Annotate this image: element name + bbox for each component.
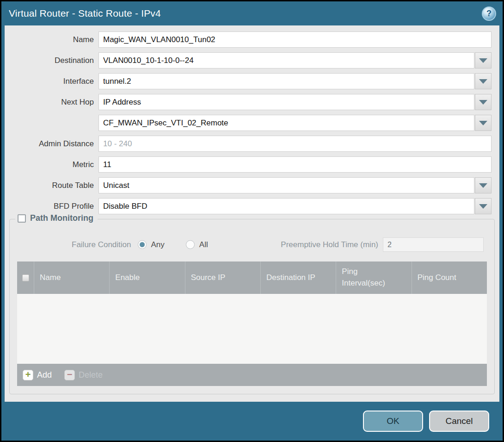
column-header-name: Name	[34, 261, 109, 294]
dialog-content: Name Destination Interface	[5, 25, 499, 402]
chevron-down-icon	[479, 100, 487, 105]
help-icon[interactable]: ?	[482, 6, 496, 21]
path-monitoring-legend: Path Monitoring	[15, 213, 98, 223]
path-monitoring-group: Path Monitoring Failure Condition Any Al…	[9, 219, 495, 394]
chevron-down-icon	[479, 121, 487, 125]
interface-dropdown-button[interactable]	[475, 73, 492, 89]
route-table-input[interactable]	[98, 177, 474, 193]
form-row-route-table: Route Table	[5, 177, 492, 193]
path-monitoring-table: Name Enable Source IP Destination IP Pin…	[17, 261, 487, 386]
static-route-dialog: Virtual Router - Static Route - IPv4 ? N…	[1, 1, 503, 441]
path-monitoring-checkbox[interactable]	[18, 214, 26, 223]
failure-condition-all-radio[interactable]	[186, 240, 195, 249]
failure-condition-any-radio[interactable]	[138, 240, 147, 249]
delete-button-label: Delete	[79, 370, 103, 380]
add-button-label: Add	[37, 370, 52, 380]
admin-distance-input[interactable]	[98, 136, 492, 152]
metric-input[interactable]	[98, 156, 492, 173]
add-plus-icon: +	[23, 370, 33, 380]
dialog-footer: OK Cancel	[1, 402, 503, 441]
bfd-profile-dropdown-button[interactable]	[475, 198, 492, 214]
name-input[interactable]	[98, 31, 492, 48]
chevron-down-icon	[479, 204, 487, 209]
destination-dropdown-button[interactable]	[475, 52, 492, 68]
form-row-next-hop-value	[5, 115, 492, 131]
column-header-destination-ip: Destination IP	[260, 261, 336, 294]
next-hop-address-input[interactable]	[98, 115, 474, 131]
help-glyph: ?	[486, 9, 492, 19]
destination-label: Destination	[5, 56, 98, 65]
failure-condition-row: Failure Condition Any All Preemptive Hol…	[10, 237, 494, 252]
path-monitoring-title: Path Monitoring	[30, 213, 93, 223]
failure-condition-label: Failure Condition	[72, 240, 131, 249]
name-label: Name	[5, 35, 98, 44]
preemptive-hold-time-label: Preemptive Hold Time (min)	[281, 240, 378, 249]
select-all-checkbox[interactable]	[22, 274, 29, 281]
column-header-ping-interval: Ping Interval(sec)	[336, 261, 411, 294]
failure-condition-all-label: All	[199, 240, 208, 249]
form-row-name: Name	[5, 31, 492, 48]
failure-condition-any-label: Any	[151, 240, 165, 249]
table-toolbar: + Add − Delete	[17, 364, 487, 386]
next-hop-type-dropdown-button[interactable]	[475, 94, 492, 110]
next-hop-label: Next Hop	[5, 98, 98, 107]
add-button[interactable]: + Add	[23, 370, 52, 380]
page-title: Virtual Router - Static Route - IPv4	[9, 8, 161, 19]
preemptive-hold-time-input[interactable]	[383, 237, 484, 252]
delete-minus-icon: −	[64, 370, 75, 380]
route-table-dropdown-button[interactable]	[475, 177, 492, 193]
chevron-down-icon	[479, 58, 487, 63]
form-row-destination: Destination	[5, 52, 492, 68]
bfd-profile-label: BFD Profile	[5, 202, 98, 211]
ok-button[interactable]: OK	[363, 411, 423, 432]
interface-input[interactable]	[98, 73, 474, 89]
table-header-row: Name Enable Source IP Destination IP Pin…	[17, 261, 487, 294]
column-header-source-ip: Source IP	[185, 261, 260, 294]
chevron-down-icon	[479, 79, 487, 84]
interface-label: Interface	[5, 77, 98, 86]
title-bar: Virtual Router - Static Route - IPv4 ?	[1, 1, 503, 25]
table-empty-body	[17, 294, 487, 364]
form-row-metric: Metric	[5, 156, 492, 173]
form-row-interface: Interface	[5, 73, 492, 89]
delete-button[interactable]: − Delete	[64, 370, 103, 380]
chevron-down-icon	[479, 183, 487, 188]
form-row-admin-distance: Admin Distance	[5, 136, 492, 152]
metric-label: Metric	[5, 160, 98, 169]
cancel-button[interactable]: Cancel	[429, 411, 489, 432]
form-row-next-hop: Next Hop	[5, 94, 492, 110]
next-hop-type-input[interactable]	[98, 94, 474, 110]
header-checkbox-cell	[17, 261, 34, 294]
bfd-profile-input[interactable]	[98, 198, 474, 214]
form-row-bfd-profile: BFD Profile	[5, 198, 492, 214]
route-table-label: Route Table	[5, 181, 98, 190]
column-header-ping-count: Ping Count	[412, 261, 487, 294]
column-header-enable: Enable	[109, 261, 184, 294]
next-hop-address-dropdown-button[interactable]	[475, 115, 492, 131]
destination-input[interactable]	[98, 52, 474, 68]
admin-distance-label: Admin Distance	[5, 139, 98, 149]
